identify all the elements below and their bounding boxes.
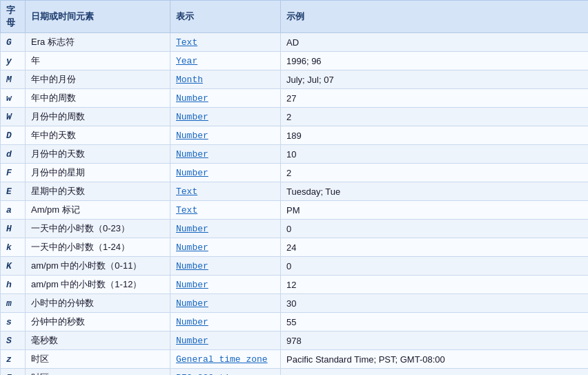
header-repr: 表示 — [170, 1, 281, 33]
cell-letter: D — [1, 126, 26, 145]
cell-letter: H — [1, 220, 26, 238]
cell-letter: s — [1, 313, 26, 331]
cell-repr[interactable]: Number — [170, 164, 281, 182]
cell-repr[interactable]: Number — [170, 313, 281, 331]
cell-desc: 一天中的小时数（0-23） — [26, 220, 170, 238]
table-row: Z时区RFC 822 time zone-0800 — [1, 369, 589, 376]
header-desc: 日期或时间元素 — [26, 1, 170, 33]
table-row: z时区General time zonePacific Standard Tim… — [1, 350, 589, 369]
table-row: y年Year1996; 96 — [1, 52, 589, 70]
cell-desc: 年中的月份 — [26, 70, 170, 89]
cell-letter: M — [1, 70, 26, 89]
cell-letter: W — [1, 108, 26, 126]
cell-desc: Am/pm 标记 — [26, 201, 170, 220]
cell-letter: G — [1, 33, 26, 52]
cell-example: 24 — [281, 238, 589, 257]
cell-letter: m — [1, 294, 26, 313]
cell-desc: 分钟中的秒数 — [26, 313, 170, 331]
cell-letter: E — [1, 182, 26, 201]
cell-repr[interactable]: Number — [170, 220, 281, 238]
cell-example: 2 — [281, 108, 589, 126]
cell-repr[interactable]: Number — [170, 294, 281, 313]
cell-desc: 时区 — [26, 350, 170, 369]
cell-example: 189 — [281, 126, 589, 145]
table-container: 字母 日期或时间元素 表示 示例 GEra 标志符TextADy年Year199… — [0, 0, 588, 375]
table-row: w年中的周数Number27 — [1, 89, 589, 108]
table-row: M年中的月份MonthJuly; Jul; 07 — [1, 70, 589, 89]
table-row: m小时中的分钟数Number30 — [1, 294, 589, 313]
cell-example: PM — [281, 201, 589, 220]
cell-desc: am/pm 中的小时数（1-12） — [26, 276, 170, 294]
cell-desc: am/pm 中的小时数（0-11） — [26, 257, 170, 276]
cell-repr[interactable]: Number — [170, 257, 281, 276]
cell-repr[interactable]: Text — [170, 182, 281, 201]
cell-desc: 年中的周数 — [26, 89, 170, 108]
cell-letter: a — [1, 201, 26, 220]
cell-example: July; Jul; 07 — [281, 70, 589, 89]
cell-example: 30 — [281, 294, 589, 313]
table-row: GEra 标志符TextAD — [1, 33, 589, 52]
table-row: s分钟中的秒数Number55 — [1, 313, 589, 331]
cell-example: 978 — [281, 331, 589, 350]
header-letter: 字母 — [1, 1, 26, 33]
cell-letter: F — [1, 164, 26, 182]
cell-example: 27 — [281, 89, 589, 108]
cell-desc: 一天中的小时数（1-24） — [26, 238, 170, 257]
cell-repr[interactable]: Year — [170, 52, 281, 70]
cell-desc: 月份中的周数 — [26, 108, 170, 126]
cell-desc: 年 — [26, 52, 170, 70]
cell-repr[interactable]: Number — [170, 126, 281, 145]
table-row: H一天中的小时数（0-23）Number0 — [1, 220, 589, 238]
table-row: E星期中的天数TextTuesday; Tue — [1, 182, 589, 201]
cell-example: 10 — [281, 145, 589, 164]
cell-example: Tuesday; Tue — [281, 182, 589, 201]
cell-example: 12 — [281, 276, 589, 294]
cell-repr[interactable]: Number — [170, 145, 281, 164]
table-row: ham/pm 中的小时数（1-12）Number12 — [1, 276, 589, 294]
cell-desc: 小时中的分钟数 — [26, 294, 170, 313]
cell-example: 0 — [281, 257, 589, 276]
cell-repr[interactable]: Number — [170, 276, 281, 294]
cell-repr[interactable]: Number — [170, 89, 281, 108]
cell-letter: h — [1, 276, 26, 294]
cell-desc: 毫秒数 — [26, 331, 170, 350]
cell-repr[interactable]: Number — [170, 238, 281, 257]
cell-example: -0800 — [281, 369, 589, 376]
cell-letter: y — [1, 52, 26, 70]
cell-letter: d — [1, 145, 26, 164]
date-format-table: 字母 日期或时间元素 表示 示例 GEra 标志符TextADy年Year199… — [0, 0, 588, 375]
table-row: Kam/pm 中的小时数（0-11）Number0 — [1, 257, 589, 276]
cell-desc: 星期中的天数 — [26, 182, 170, 201]
cell-letter: z — [1, 350, 26, 369]
cell-desc: 年中的天数 — [26, 126, 170, 145]
cell-desc: 月份中的天数 — [26, 145, 170, 164]
table-header-row: 字母 日期或时间元素 表示 示例 — [1, 1, 589, 33]
cell-repr[interactable]: Month — [170, 70, 281, 89]
cell-repr[interactable]: Text — [170, 201, 281, 220]
cell-repr[interactable]: Number — [170, 331, 281, 350]
cell-example: AD — [281, 33, 589, 52]
cell-example: 55 — [281, 313, 589, 331]
table-row: W月份中的周数Number2 — [1, 108, 589, 126]
cell-repr[interactable]: Text — [170, 33, 281, 52]
cell-example: Pacific Standard Time; PST; GMT-08:00 — [281, 350, 589, 369]
cell-desc: Era 标志符 — [26, 33, 170, 52]
cell-letter: w — [1, 89, 26, 108]
cell-letter: Z — [1, 369, 26, 376]
cell-repr[interactable]: General time zone — [170, 350, 281, 369]
table-row: D年中的天数Number189 — [1, 126, 589, 145]
cell-desc: 月份中的星期 — [26, 164, 170, 182]
cell-repr[interactable]: Number — [170, 108, 281, 126]
cell-letter: S — [1, 331, 26, 350]
cell-letter: K — [1, 257, 26, 276]
table-row: k一天中的小时数（1-24）Number24 — [1, 238, 589, 257]
cell-letter: k — [1, 238, 26, 257]
cell-example: 0 — [281, 220, 589, 238]
header-example: 示例 — [281, 1, 589, 33]
table-row: S毫秒数Number978 — [1, 331, 589, 350]
cell-desc: 时区 — [26, 369, 170, 376]
cell-example: 2 — [281, 164, 589, 182]
table-row: aAm/pm 标记TextPM — [1, 201, 589, 220]
table-row: d月份中的天数Number10 — [1, 145, 589, 164]
cell-repr[interactable]: RFC 822 time zone — [170, 369, 281, 376]
